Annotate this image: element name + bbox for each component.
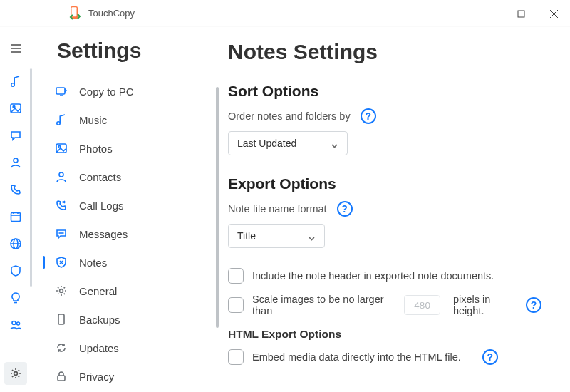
help-icon[interactable]: ? (361, 108, 376, 124)
scale-images-prefix: Scale images to be no larger than (252, 294, 391, 316)
svg-point-23 (14, 372, 18, 376)
svg-point-12 (14, 158, 18, 163)
window-controls (472, 0, 570, 27)
sidebar-item-notes[interactable]: Notes (40, 248, 218, 277)
svg-point-22 (17, 322, 20, 325)
sidebar-item-label: General (79, 285, 117, 297)
sort-heading: Sort Options (228, 83, 542, 100)
minimize-button[interactable] (472, 0, 504, 27)
app-title: TouchCopy (88, 8, 135, 19)
rail-photos-icon[interactable] (9, 101, 23, 115)
sidebar-item-contacts[interactable]: Contacts (40, 163, 218, 191)
include-header-checkbox[interactable] (228, 268, 244, 284)
rail-calendar-icon[interactable] (9, 210, 23, 224)
music-icon (54, 113, 68, 126)
sidebar-item-label: Notes (79, 257, 107, 269)
rail-calls-icon[interactable] (9, 182, 23, 197)
maximize-button[interactable] (504, 0, 537, 27)
messages-icon (54, 227, 68, 240)
sidebar-item-messages[interactable]: Messages (40, 220, 218, 248)
embed-media-label: Embed media data directly into the HTML … (252, 351, 461, 363)
updates-icon (54, 341, 68, 354)
sidebar-item-photos[interactable]: Photos (40, 134, 218, 163)
sidebar-item-updates[interactable]: Updates (40, 334, 218, 362)
sort-order-label: Order notes and folders by (228, 110, 351, 122)
export-heading: Export Options (228, 175, 542, 192)
svg-point-30 (60, 289, 63, 293)
help-icon[interactable]: ? (482, 349, 498, 365)
sidebar-scrollbar[interactable] (216, 87, 219, 328)
sidebar-item-general[interactable]: General (40, 277, 218, 305)
help-icon[interactable]: ? (526, 297, 542, 313)
sidebar-item-label: Music (79, 114, 107, 126)
main-content: Notes Settings Sort Options Order notes … (218, 27, 570, 392)
html-export-heading: HTML Export Options (228, 328, 542, 341)
title-bar: TouchCopy (0, 0, 570, 27)
sidebar-item-music[interactable]: Music (40, 105, 218, 134)
sidebar-item-privacy[interactable]: Privacy (40, 362, 218, 391)
rail-people-icon[interactable] (9, 318, 23, 332)
sidebar-item-label: Contacts (79, 171, 121, 183)
backups-icon (54, 313, 68, 326)
svg-point-28 (59, 172, 63, 177)
sidebar-item-label: Backups (79, 314, 120, 326)
file-name-format-dropdown[interactable]: Title (228, 224, 325, 248)
contacts-icon (54, 170, 68, 183)
sidebar-title: Settings (57, 38, 218, 63)
sidebar-item-label: Privacy (79, 371, 114, 383)
sidebar-item-label: Messages (79, 228, 128, 240)
sort-order-value: Last Updated (237, 138, 296, 149)
include-header-label: Include the note header in exported note… (252, 270, 494, 282)
close-button[interactable] (537, 0, 570, 27)
sidebar-item-copy-to-pc[interactable]: Copy to PC (40, 77, 218, 105)
rail-messages-icon[interactable] (9, 128, 23, 143)
hamburger-menu-icon[interactable] (9, 41, 23, 56)
general-icon (54, 284, 68, 297)
sidebar-item-backups[interactable]: Backups (40, 305, 218, 334)
rail-shield-icon[interactable] (9, 264, 23, 278)
svg-point-21 (12, 321, 16, 325)
notes-icon (54, 256, 68, 269)
photos-icon (54, 142, 68, 155)
sidebar-item-label: Copy to PC (79, 86, 134, 98)
svg-point-27 (58, 146, 61, 148)
sidebar-item-call-logs[interactable]: Call Logs (40, 191, 218, 220)
file-name-format-label: Note file name format (228, 203, 327, 215)
help-icon[interactable]: ? (337, 201, 353, 217)
svg-rect-33 (58, 376, 65, 381)
svg-rect-13 (11, 213, 21, 222)
rail-music-icon[interactable] (9, 74, 23, 88)
privacy-icon (54, 370, 68, 383)
page-title: Notes Settings (228, 40, 542, 64)
svg-rect-24 (56, 88, 65, 94)
rail-tips-icon[interactable] (9, 291, 23, 305)
scale-images-suffix: pixels in height. (453, 294, 517, 316)
svg-rect-31 (58, 314, 64, 324)
rail-internet-icon[interactable] (9, 237, 23, 251)
copy-to-pc-icon (54, 85, 68, 98)
settings-sidebar: Settings Copy to PC Music Photos Contact… (31, 27, 218, 392)
scale-images-input[interactable]: 480 (404, 295, 440, 315)
file-name-format-value: Title (237, 230, 256, 242)
svg-point-11 (13, 106, 15, 108)
rail-contacts-icon[interactable] (9, 155, 23, 170)
scale-images-checkbox[interactable] (228, 297, 244, 313)
embed-media-checkbox[interactable] (228, 349, 244, 365)
sort-order-dropdown[interactable]: Last Updated (228, 131, 348, 155)
icon-rail (0, 27, 31, 392)
svg-rect-3 (518, 11, 524, 17)
sidebar-item-label: Call Logs (79, 200, 124, 212)
app-logo (68, 6, 83, 21)
call-logs-icon (54, 199, 68, 212)
sidebar-item-label: Photos (79, 143, 113, 155)
rail-settings-button[interactable] (4, 362, 27, 385)
sidebar-item-label: Updates (79, 342, 119, 354)
chevron-down-icon (331, 140, 338, 152)
chevron-down-icon (308, 233, 316, 244)
